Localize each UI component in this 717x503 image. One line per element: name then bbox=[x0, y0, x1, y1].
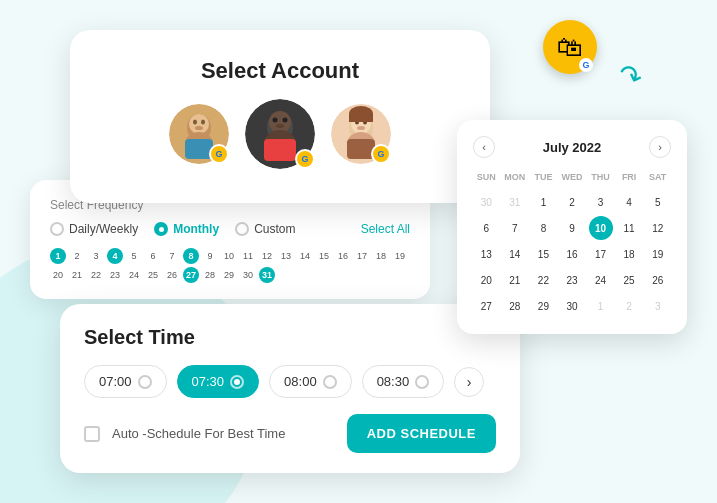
date-16[interactable]: 16 bbox=[335, 248, 351, 264]
freq-daily-weekly-radio bbox=[50, 222, 64, 236]
calendar-prev-btn[interactable]: ‹ bbox=[473, 136, 495, 158]
avatar-2[interactable]: G bbox=[245, 99, 315, 169]
date-2[interactable]: 2 bbox=[69, 248, 85, 264]
calendar-header: ‹ July 2022 › bbox=[473, 136, 671, 158]
cal-day-11[interactable]: 11 bbox=[617, 216, 641, 240]
account-avatars: G G bbox=[100, 104, 460, 169]
date-23[interactable]: 23 bbox=[107, 267, 123, 283]
freq-daily-weekly[interactable]: Daily/Weekly bbox=[50, 222, 138, 236]
time-label-0700: 07:00 bbox=[99, 374, 132, 389]
select-all-btn[interactable]: Select All bbox=[361, 222, 410, 236]
calendar-days: 30 31 1 2 3 4 5 6 7 8 9 10 11 12 13 14 1… bbox=[473, 190, 671, 318]
cal-day-30[interactable]: 30 bbox=[560, 294, 584, 318]
time-dot-0730 bbox=[230, 375, 244, 389]
svg-point-5 bbox=[195, 126, 203, 130]
date-10[interactable]: 10 bbox=[221, 248, 237, 264]
date-12[interactable]: 12 bbox=[259, 248, 275, 264]
date-29[interactable]: 29 bbox=[221, 267, 237, 283]
date-6[interactable]: 6 bbox=[145, 248, 161, 264]
cal-day-31-prev[interactable]: 31 bbox=[503, 190, 527, 214]
date-30[interactable]: 30 bbox=[240, 267, 256, 283]
date-22[interactable]: 22 bbox=[88, 267, 104, 283]
date-7[interactable]: 7 bbox=[164, 248, 180, 264]
svg-point-13 bbox=[276, 124, 284, 128]
date-13[interactable]: 13 bbox=[278, 248, 294, 264]
date-31[interactable]: 31 bbox=[259, 267, 275, 283]
time-btn-0730[interactable]: 07:30 bbox=[177, 365, 260, 398]
cal-day-29[interactable]: 29 bbox=[531, 294, 555, 318]
avatar-1[interactable]: G bbox=[169, 104, 229, 164]
freq-monthly-label: Monthly bbox=[173, 222, 219, 236]
cal-day-18[interactable]: 18 bbox=[617, 242, 641, 266]
date-17[interactable]: 17 bbox=[354, 248, 370, 264]
cal-day-16[interactable]: 16 bbox=[560, 242, 584, 266]
cal-day-14[interactable]: 14 bbox=[503, 242, 527, 266]
cal-day-1-next[interactable]: 1 bbox=[589, 294, 613, 318]
select-account-title: Select Account bbox=[100, 58, 460, 84]
date-15[interactable]: 15 bbox=[316, 248, 332, 264]
cal-day-5[interactable]: 5 bbox=[646, 190, 670, 214]
date-9[interactable]: 9 bbox=[202, 248, 218, 264]
cal-day-10[interactable]: 10 bbox=[589, 216, 613, 240]
time-btn-0800[interactable]: 08:00 bbox=[269, 365, 352, 398]
date-18[interactable]: 18 bbox=[373, 248, 389, 264]
time-btn-0700[interactable]: 07:00 bbox=[84, 365, 167, 398]
time-btn-0830[interactable]: 08:30 bbox=[362, 365, 445, 398]
date-5[interactable]: 5 bbox=[126, 248, 142, 264]
date-26[interactable]: 26 bbox=[164, 267, 180, 283]
cal-day-27[interactable]: 27 bbox=[474, 294, 498, 318]
avatar-3-badge: G bbox=[371, 144, 391, 164]
cal-day-3-next[interactable]: 3 bbox=[646, 294, 670, 318]
cal-day-28[interactable]: 28 bbox=[503, 294, 527, 318]
date-20[interactable]: 20 bbox=[50, 267, 66, 283]
date-21[interactable]: 21 bbox=[69, 267, 85, 283]
cal-day-2[interactable]: 2 bbox=[560, 190, 584, 214]
cal-day-22[interactable]: 22 bbox=[531, 268, 555, 292]
freq-custom[interactable]: Custom bbox=[235, 222, 295, 236]
cal-day-7[interactable]: 7 bbox=[503, 216, 527, 240]
cal-day-13[interactable]: 13 bbox=[474, 242, 498, 266]
weekday-wed: WED bbox=[559, 170, 586, 184]
cal-day-21[interactable]: 21 bbox=[503, 268, 527, 292]
auto-schedule-checkbox[interactable] bbox=[84, 426, 100, 442]
cal-day-20[interactable]: 20 bbox=[474, 268, 498, 292]
date-3[interactable]: 3 bbox=[88, 248, 104, 264]
date-1[interactable]: 1 bbox=[50, 248, 66, 264]
svg-point-11 bbox=[273, 118, 278, 123]
cal-day-1[interactable]: 1 bbox=[531, 190, 555, 214]
cal-day-12[interactable]: 12 bbox=[646, 216, 670, 240]
date-19[interactable]: 19 bbox=[392, 248, 408, 264]
date-24[interactable]: 24 bbox=[126, 267, 142, 283]
cal-day-19[interactable]: 19 bbox=[646, 242, 670, 266]
avatar-3[interactable]: G bbox=[331, 104, 391, 164]
cal-day-23[interactable]: 23 bbox=[560, 268, 584, 292]
cal-day-6[interactable]: 6 bbox=[474, 216, 498, 240]
cal-day-30-prev[interactable]: 30 bbox=[474, 190, 498, 214]
cal-day-25[interactable]: 25 bbox=[617, 268, 641, 292]
date-11[interactable]: 11 bbox=[240, 248, 256, 264]
cal-day-24[interactable]: 24 bbox=[589, 268, 613, 292]
date-8[interactable]: 8 bbox=[183, 248, 199, 264]
date-28[interactable]: 28 bbox=[202, 267, 218, 283]
cal-day-4[interactable]: 4 bbox=[617, 190, 641, 214]
weekday-mon: MON bbox=[502, 170, 529, 184]
date-27[interactable]: 27 bbox=[183, 267, 199, 283]
calendar-next-btn[interactable]: › bbox=[649, 136, 671, 158]
cal-day-8[interactable]: 8 bbox=[531, 216, 555, 240]
avatar-2-badge: G bbox=[295, 149, 315, 169]
curved-arrow: ↷ bbox=[614, 57, 647, 96]
add-schedule-btn[interactable]: ADD SCHEDULE bbox=[347, 414, 496, 453]
time-more-btn[interactable]: › bbox=[454, 367, 484, 397]
date-14[interactable]: 14 bbox=[297, 248, 313, 264]
cal-day-9[interactable]: 9 bbox=[560, 216, 584, 240]
calendar-weekdays: SUN MON TUE WED THU FRI SAT bbox=[473, 170, 671, 184]
cal-day-26[interactable]: 26 bbox=[646, 268, 670, 292]
freq-monthly[interactable]: Monthly bbox=[154, 222, 219, 236]
cal-day-15[interactable]: 15 bbox=[531, 242, 555, 266]
cal-day-3[interactable]: 3 bbox=[589, 190, 613, 214]
cal-day-17[interactable]: 17 bbox=[589, 242, 613, 266]
cal-day-2-next[interactable]: 2 bbox=[617, 294, 641, 318]
freq-custom-radio bbox=[235, 222, 249, 236]
date-25[interactable]: 25 bbox=[145, 267, 161, 283]
date-4[interactable]: 4 bbox=[107, 248, 123, 264]
